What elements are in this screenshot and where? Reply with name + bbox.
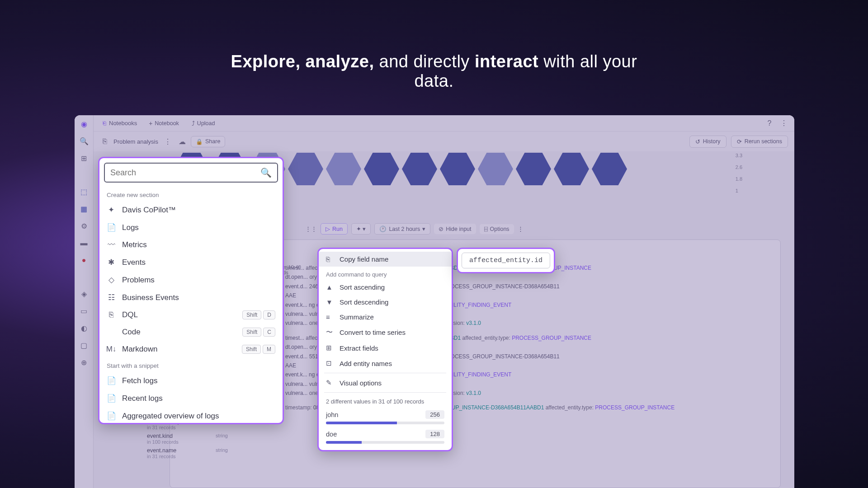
menu-item-events[interactable]: ✱Events (99, 253, 283, 271)
menu-item-metrics[interactable]: 〰Metrics (99, 236, 283, 253)
plus-icon: + (149, 120, 152, 127)
history-button[interactable]: ↺History (689, 136, 726, 148)
cube-icon[interactable]: ⬚ (79, 187, 89, 197)
upload-icon: ⤴ (192, 120, 195, 127)
search-input[interactable] (110, 168, 260, 178)
left-rail: ◉ 🔍 ⊞ ⬚ ▦ ⚙ ▬ ● ◈ ▭ ◐ ▢ ⊕ (75, 115, 94, 488)
wand-icon: ✎ (326, 379, 334, 387)
ctx-header-add: Add command to query (319, 267, 452, 280)
hero-headline: Explore, analyze, and directly interact … (217, 52, 651, 91)
more-icon[interactable]: ⋮ (779, 118, 789, 128)
section-more-icon[interactable]: ⋮ (518, 225, 524, 232)
cloud-icon: ☁ (177, 136, 187, 146)
apps-icon[interactable]: ⊞ (79, 153, 89, 163)
menu-item-business-events[interactable]: ☷Business Events (99, 289, 283, 306)
hide-input-button[interactable]: ⊘Hide input (434, 224, 476, 234)
lock-icon: 🔒 (196, 138, 203, 145)
nav-icon-5[interactable]: ⊕ (79, 357, 89, 367)
notebook-icon: ⎗ (103, 120, 106, 127)
ctx-add-entity-names[interactable]: ⊡Add entity names (319, 356, 452, 371)
nav-icon-2[interactable]: ▭ (79, 306, 89, 316)
item-icon: ✱ (107, 258, 116, 267)
ctx-sort-ascending[interactable]: ▲Sort ascending (319, 280, 452, 295)
notebooks-link[interactable]: ⎗Notebooks (99, 118, 141, 128)
axis-labels: 3.32.61.81 (736, 153, 742, 193)
context-menu: ⎘ Copy field name Add command to query ▲… (317, 248, 453, 451)
ctx-sort-descending[interactable]: ▼Sort descending (319, 295, 452, 310)
item-icon: ✦ (107, 205, 116, 215)
refresh-icon: ⟳ (737, 138, 742, 145)
rerun-button[interactable]: ⟳Rerun sections (731, 136, 788, 148)
help-icon[interactable]: ? (764, 118, 774, 128)
logo-icon[interactable]: ◉ (79, 119, 89, 129)
section-header-snippet: Start with a snippet (99, 358, 283, 372)
gear-icon[interactable]: ⚙ (79, 221, 89, 231)
ctx-summarize[interactable]: ≡Summarize (319, 310, 452, 324)
nav-icon-4[interactable]: ▢ (79, 340, 89, 350)
search-input-wrapper[interactable]: 🔍 (104, 163, 278, 183)
search-popup: 🔍 Create new section ✦Davis CoPilot™📄Log… (98, 157, 284, 424)
item-icon: ☷ (107, 293, 116, 302)
menu-item-logs[interactable]: 📄Logs (99, 219, 283, 236)
search-icon: 🔍 (260, 167, 272, 178)
menu-item-markdown[interactable]: M↓MarkdownShiftM (99, 341, 283, 358)
item-icon: M↓ (107, 345, 116, 354)
field-pill-popup: affected_entity.id (457, 248, 555, 273)
field-item[interactable]: event.kindstringin 100 records (143, 432, 231, 446)
item-icon: 📄 (107, 394, 116, 403)
menu-item-davis-copilot-[interactable]: ✦Davis CoPilot™ (99, 201, 283, 219)
ctx-convert-to-time-series[interactable]: 〜Convert to time series (319, 324, 452, 340)
search-icon[interactable]: 🔍 (79, 136, 89, 146)
field-pill-value: affected_entity.id (462, 253, 550, 268)
share-button[interactable]: 🔒Share (191, 136, 225, 147)
snippet-recent-logs[interactable]: 📄Recent logs (99, 389, 283, 407)
ctx-icon: ▼ (326, 298, 334, 306)
item-icon: ⎘ (107, 310, 116, 319)
ctx-icon: 〜 (326, 328, 334, 337)
field-item[interactable]: event.namestringin 31 records (143, 446, 231, 460)
add-notebook-button[interactable]: +Notebook (144, 118, 184, 129)
sliders-icon: ⌸ (484, 226, 488, 232)
section-header-create: Create new section (99, 187, 283, 201)
menu-item-dql[interactable]: ⎘DQLShiftD (99, 306, 283, 324)
nav-icon-3[interactable]: ◐ (79, 323, 89, 333)
item-icon: 📄 (107, 376, 116, 385)
history-icon: ↺ (695, 138, 700, 145)
clock-icon: 🕐 (379, 225, 387, 232)
item-icon: ◇ (107, 275, 116, 285)
ctx-icon: ⊡ (326, 359, 334, 367)
ctx-stats: 2 different values in 31 of 100 records (319, 394, 452, 408)
visual-options-item[interactable]: ✎ Visual options (319, 375, 452, 390)
snippet-fetch-logs[interactable]: 📄Fetch logs (99, 372, 283, 389)
eye-off-icon: ⊘ (439, 225, 443, 232)
grid-icon[interactable]: ▦ (79, 204, 89, 214)
timeframe-button[interactable]: 🕐Last 2 hours ▾ (374, 223, 430, 235)
upload-button[interactable]: ⤴Upload (187, 118, 220, 129)
value-row[interactable]: doe128 (319, 428, 452, 440)
menu-item-problems[interactable]: ◇Problems (99, 271, 283, 289)
drag-handle-icon[interactable]: ⋮⋮ (305, 225, 317, 232)
second-bar: ⎘ Problem analysis ⋮ ☁ 🔒Share ↺History ⟳… (94, 131, 794, 151)
snippet-aggregated-overview-of-logs[interactable]: 📄Aggregated overview of logs (99, 407, 283, 422)
top-bar: ⎗Notebooks +Notebook ⤴Upload ? ⋮ (94, 115, 794, 131)
ctx-extract-fields[interactable]: ⊞Extract fields (319, 340, 452, 356)
item-icon: 📄 (107, 411, 116, 421)
play-icon: ▷ (326, 225, 330, 232)
copy-field-name-item[interactable]: ⎘ Copy field name (319, 252, 452, 267)
doc-icon: ⎘ (100, 136, 110, 146)
ai-button[interactable]: ✦ ▾ (351, 223, 371, 235)
menu-item-code[interactable]: CodeShiftC (99, 324, 283, 341)
doc-more-icon[interactable]: ⋮ (163, 136, 173, 146)
doc-title: Problem analysis (113, 138, 158, 145)
ctx-icon: ▲ (326, 283, 334, 291)
copy-icon: ⎘ (326, 255, 334, 263)
ctx-icon: ⊞ (326, 344, 334, 352)
options-button[interactable]: ⌸Options (480, 224, 514, 234)
item-icon: 📄 (107, 223, 116, 232)
alert-icon[interactable]: ● (79, 255, 89, 265)
panel-icon[interactable]: ▬ (79, 238, 89, 248)
nav-icon-1[interactable]: ◈ (79, 289, 89, 299)
value-row[interactable]: john256 (319, 408, 452, 421)
ctx-icon: ≡ (326, 313, 334, 321)
run-button[interactable]: ▷Run (321, 223, 348, 235)
